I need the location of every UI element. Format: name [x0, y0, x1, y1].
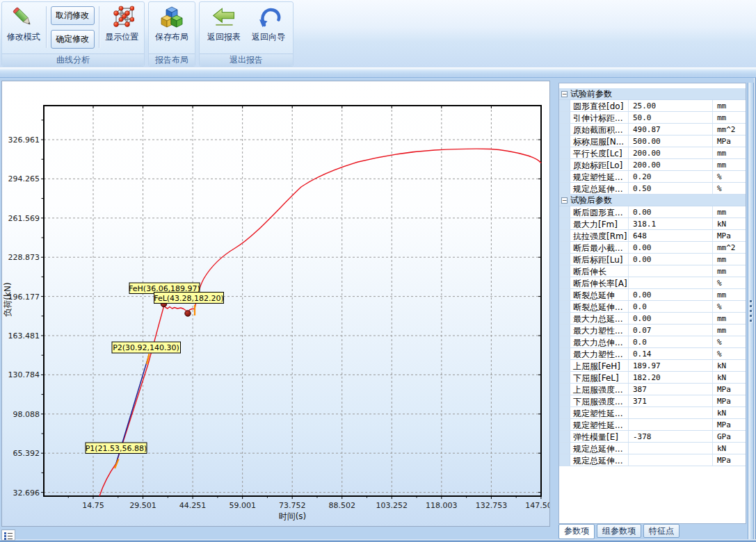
- table-row[interactable]: 原始标距[Lo]200.00mm: [559, 159, 746, 171]
- table-row[interactable]: 规定塑性延...0.20%: [559, 171, 746, 183]
- param-value[interactable]: 0.00: [629, 313, 713, 324]
- param-name: 平行长度[Lc]: [570, 147, 629, 158]
- section-header[interactable]: −试验后参数: [559, 195, 746, 206]
- fel-marker[interactable]: [185, 311, 191, 316]
- save-layout-button[interactable]: 保存布局: [151, 3, 193, 43]
- cubes-icon: [159, 5, 184, 30]
- table-row[interactable]: 断后伸长mm: [559, 265, 746, 277]
- table-row[interactable]: 断后标距[Lu]0.00mm: [559, 254, 746, 265]
- param-value[interactable]: 318.1: [629, 218, 713, 229]
- table-row[interactable]: 平行长度[Lc]200.00mm: [559, 147, 746, 159]
- param-value[interactable]: -378: [629, 431, 713, 442]
- row-gutter: [559, 100, 570, 111]
- param-value[interactable]: 0.0: [629, 336, 713, 347]
- param-value[interactable]: 0.00: [629, 254, 713, 265]
- table-row[interactable]: 最大力总伸...0.0%: [559, 336, 746, 348]
- param-value[interactable]: 189.97: [629, 360, 713, 371]
- y-axis-title: 负荷(kN): [3, 282, 13, 316]
- table-row[interactable]: 引伸计标距...50.0mm: [559, 112, 746, 124]
- tab-feature-points[interactable]: 特征点: [643, 524, 679, 538]
- param-value[interactable]: 490.87: [629, 124, 713, 135]
- section-header[interactable]: −试验前参数: [559, 88, 746, 100]
- table-row[interactable]: 断裂总延伸...0.0%: [559, 301, 746, 313]
- param-value[interactable]: 387: [629, 384, 713, 395]
- table-row[interactable]: 原始截面积...490.87mm^2: [559, 124, 746, 136]
- table-row[interactable]: 圆形直径[do]25.00mm: [559, 100, 746, 112]
- x-tick-label: 132.753: [476, 501, 508, 510]
- param-value[interactable]: 200.00: [629, 159, 713, 170]
- load-time-chart[interactable]: 14.7529.50144.25159.00173.75288.502103.2…: [2, 81, 549, 526]
- tab-group-parameters[interactable]: 组参数项: [597, 524, 641, 538]
- table-row[interactable]: 上屈服[FeH]189.97kN: [559, 360, 746, 372]
- table-row[interactable]: 标称屈服[N...500.00MPa: [559, 136, 746, 147]
- table-row[interactable]: 最大力[Fm]318.1kN: [559, 218, 746, 230]
- param-name: 引伸计标距...: [570, 112, 629, 123]
- show-position-button[interactable]: 显示位置: [101, 3, 143, 43]
- confirm-modify-button[interactable]: 确定修改: [51, 30, 95, 49]
- param-value[interactable]: 0.20: [629, 171, 713, 182]
- annotation-p2[interactable]: P2(30.92,140.30): [112, 342, 181, 353]
- table-row[interactable]: 规定塑性延...kN: [559, 407, 746, 419]
- annotation-p1[interactable]: P1(21.53,56.88): [86, 443, 147, 454]
- panel-splitter[interactable]: [748, 83, 754, 539]
- param-value[interactable]: 371: [629, 395, 713, 406]
- table-row[interactable]: 最大力塑性...0.07mm: [559, 325, 746, 336]
- param-value[interactable]: [629, 443, 713, 454]
- param-value[interactable]: 648: [629, 230, 713, 241]
- param-value[interactable]: 0.50: [629, 183, 713, 194]
- param-name: 最大力总伸...: [570, 336, 629, 347]
- annotation-fel[interactable]: FeL(43.28,182.20): [154, 293, 224, 304]
- row-gutter: [559, 112, 570, 123]
- list-icon[interactable]: [1, 529, 15, 541]
- param-value[interactable]: 0.07: [629, 325, 713, 336]
- param-value[interactable]: 0.00: [629, 242, 713, 253]
- table-row[interactable]: 断后圆形直...0.00mm: [559, 206, 746, 218]
- param-value[interactable]: 0.00: [629, 289, 713, 300]
- param-value[interactable]: [629, 277, 713, 288]
- param-unit: %: [713, 171, 746, 182]
- table-row[interactable]: 规定总延伸...0.50%: [559, 183, 746, 195]
- table-row[interactable]: 断后最小截...0.00mm^2: [559, 242, 746, 254]
- chart-panel[interactable]: 14.7529.50144.25159.00173.75288.502103.2…: [1, 81, 550, 527]
- table-row[interactable]: 断后伸长率[A]%: [559, 277, 746, 289]
- param-name: 最大力总延...: [570, 313, 629, 324]
- table-row[interactable]: 最大力总延...0.00mm: [559, 313, 746, 325]
- param-unit: %: [713, 336, 746, 347]
- table-row[interactable]: 规定塑性延...MPa: [559, 419, 746, 431]
- param-value[interactable]: 182.20: [629, 372, 713, 383]
- cancel-modify-button[interactable]: 取消修改: [51, 6, 95, 25]
- collapse-icon[interactable]: −: [561, 91, 568, 97]
- svg-text:FeH(36.06,189.97): FeH(36.06,189.97): [129, 284, 200, 293]
- tab-parameters[interactable]: 参数项: [558, 524, 595, 539]
- table-row[interactable]: 规定总延伸...kN: [559, 443, 746, 454]
- y-tick-label: 163.481: [8, 331, 40, 340]
- param-value[interactable]: 0.14: [629, 348, 713, 359]
- param-value[interactable]: [629, 454, 713, 466]
- row-gutter: [559, 242, 570, 253]
- table-row[interactable]: 抗拉强度[Rm]648MPa: [559, 230, 746, 242]
- param-name: 断后标距[Lu]: [570, 254, 629, 265]
- param-value[interactable]: [629, 407, 713, 418]
- table-row[interactable]: 弹性模量[E]-378GPa: [559, 431, 746, 443]
- table-row[interactable]: 断裂总延伸0.00mm: [559, 289, 746, 301]
- table-row[interactable]: 规定总延伸...MPa: [559, 454, 746, 466]
- table-row[interactable]: 下屈服[FeL]182.20kN: [559, 372, 746, 384]
- load-curve[interactable]: [99, 149, 541, 496]
- collapse-icon[interactable]: −: [561, 197, 568, 204]
- param-value[interactable]: 0.00: [629, 206, 713, 217]
- table-row[interactable]: 下屈服强度...371MPa: [559, 395, 746, 407]
- return-wizard-button[interactable]: 返回向导: [247, 3, 290, 43]
- param-value[interactable]: 50.0: [629, 112, 713, 123]
- x-tick-label: 147.503: [525, 501, 549, 510]
- param-value[interactable]: 0.0: [629, 301, 713, 312]
- table-row[interactable]: 最大力塑性...0.14%: [559, 348, 746, 360]
- param-value[interactable]: 25.00: [629, 100, 713, 111]
- table-row[interactable]: 上屈服强度...387MPa: [559, 384, 746, 395]
- param-value[interactable]: [629, 419, 713, 430]
- param-value[interactable]: 200.00: [629, 147, 713, 158]
- modify-mode-button[interactable]: 修改模式: [3, 3, 44, 43]
- param-unit: %: [713, 301, 746, 312]
- return-report-button[interactable]: 返回报表: [202, 3, 246, 43]
- param-value[interactable]: 500.00: [629, 136, 713, 147]
- param-value[interactable]: [629, 265, 713, 277]
